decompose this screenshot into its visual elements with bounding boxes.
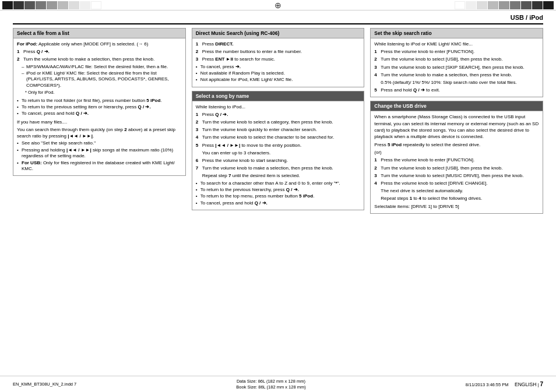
- select-song-intro: While listening to iPod...: [196, 104, 361, 110]
- selectable-items: Selectable items: [DRIVE 1] to [DRIVE 5]: [374, 203, 539, 210]
- top-bar-swatches-right: [452, 0, 556, 10]
- skip-search-steps: 1 Press the volume knob to enter [FUNCTI…: [374, 48, 539, 93]
- footnote: * Only for iPod.: [25, 90, 182, 96]
- ss-step-1: 1 Press Q / ➔.: [196, 111, 361, 118]
- swatch-r7: [521, 1, 532, 9]
- section-select-file: Select a file from a list For iPod: Appl…: [13, 28, 186, 176]
- crosshair-icon: [274, 1, 282, 9]
- skip-search-intro: While listening to iPod or KME Light/ KM…: [374, 41, 539, 47]
- more-bullet-3: For USB: Only for files registered in th…: [17, 160, 182, 172]
- cu-step-2: 2 Turn the volume knob to select [USB], …: [374, 165, 539, 171]
- cu-step-4: 4 Press the volume knob to select [DRIVE…: [374, 180, 539, 186]
- sk-step-3: 3 Turn the volume knob to select [SKIP S…: [374, 64, 539, 70]
- ss-bullet-3: To return to the top menu, press number …: [196, 193, 361, 199]
- ss-step-7: 7 Turn the volume knob to make a selecti…: [196, 165, 361, 171]
- footer-right: 8/11/2013 3:46:55 PM ENGLISH | 7: [466, 381, 543, 387]
- top-bar-swatches-left: [0, 0, 104, 10]
- select-song-bullets: To search for a character other than A t…: [196, 181, 361, 207]
- cu-note-2: Repeat steps 1 to 4 to select the follow…: [374, 195, 539, 202]
- dm-bullet-2: Not available if Random Play is selected…: [196, 70, 361, 76]
- sub-bullet-1: MP3/WMA/AAC/WAV/FLAC file: Select the de…: [22, 64, 182, 70]
- main-content: USB / iPod Select a file from a list For…: [0, 10, 556, 376]
- more-bullet-2: Pressing and holding |◄◄ / ►►| skip song…: [17, 147, 182, 160]
- page-title: USB / iPod: [13, 10, 543, 24]
- swatch-r8: [532, 1, 543, 9]
- col-3: Set the skip search ratio While listenin…: [370, 28, 543, 376]
- swatch-r4: [488, 1, 498, 9]
- footer-page-num: 7: [540, 381, 543, 387]
- section-direct-music-header: Direct Music Search (using RC-406): [192, 29, 364, 38]
- extra-bullet-3: To cancel, press and hold Q / ➔.: [17, 111, 182, 116]
- section-direct-music-content: 1 Press DIRECT. 2 Press the number butto…: [192, 38, 364, 87]
- ss-bullet-1: To search for a character other than A t…: [196, 181, 361, 186]
- select-song-steps: 1 Press Q / ➔. 2 Turn the volume knob to…: [196, 111, 361, 179]
- swatch-2: [13, 1, 24, 9]
- direct-step-2: 2 Press the number buttons to enter a fi…: [196, 48, 361, 55]
- swatch-7: [69, 1, 79, 9]
- swatch-r1: [455, 1, 465, 9]
- extra-bullet-2: To return to the previous setting item o…: [17, 104, 182, 110]
- book-size-val: 86L (182 mm x 128 mm): [258, 384, 305, 390]
- section-change-usb-header: Change the USB drive: [371, 101, 543, 111]
- sk-step-4: 4 Turn the volume knob to make a selecti…: [374, 72, 539, 78]
- section-change-usb-content: When a smartphone (Mass Storage Class) i…: [371, 111, 543, 213]
- change-usb-steps: 1 Press the volume knob to enter [FUNCTI…: [374, 157, 539, 202]
- swatch-5: [47, 1, 57, 9]
- footer-filename: EN_KMM_BT308U_KN_2.indd 7: [13, 382, 76, 387]
- section-select-song-content: While listening to iPod... 1 Press Q / ➔…: [192, 101, 364, 210]
- swatch-6: [58, 1, 68, 9]
- section-skip-search-content: While listening to iPod or KME Light/ KM…: [371, 38, 543, 97]
- footer: EN_KMM_BT308U_KN_2.indd 7 Data Size: 86L…: [0, 376, 556, 392]
- ss-note-1: You can enter up to 3 characters.: [196, 150, 361, 156]
- more-bullets: See also "Set the skip search ratio." Pr…: [17, 140, 182, 172]
- step-2: 2 Turn the volume knob to make a selecti…: [17, 56, 182, 62]
- data-size-label: Data Size:: [237, 379, 257, 384]
- ss-note-2: Repeat step 7 until the desired item is …: [196, 172, 361, 179]
- section-select-song: Select a song by name While listening to…: [192, 91, 365, 210]
- for-ipod-text: Applicable only when [MODE OFF] is selec…: [37, 41, 148, 47]
- columns: Select a file from a list For iPod: Appl…: [13, 28, 543, 376]
- section-select-song-header: Select a song by name: [192, 91, 364, 101]
- col-2: Direct Music Search (using RC-406) 1 Pre…: [192, 28, 365, 376]
- sub-bullet-2: iPod or KME Light/ KMC file: Select the …: [22, 70, 182, 89]
- footer-left: EN_KMM_BT308U_KN_2.indd 7: [13, 382, 76, 387]
- direct-step-1: 1 Press DIRECT.: [196, 41, 361, 47]
- swatch-r9: [543, 1, 554, 9]
- select-file-bullets: To return to the root folder (or first f…: [17, 98, 182, 117]
- dm-bullet-3: Not applicable for iPod, KME Light/ KMC …: [196, 77, 361, 83]
- sk-note-1: 0.5% (default)/ 1%/ 5%/ 10%: Skip search…: [374, 79, 539, 86]
- section-skip-search-header: Set the skip search ratio: [371, 29, 543, 38]
- for-ipod-label: For iPod:: [17, 41, 37, 47]
- swatch-r2: [466, 1, 476, 9]
- change-usb-or-instruction: Press 5 iPod repeatedly to select the de…: [374, 142, 539, 148]
- swatch-r5: [499, 1, 509, 9]
- ss-step-3: 3 Turn the volume knob quickly to enter …: [196, 126, 361, 133]
- swatch-8: [80, 1, 90, 9]
- ss-step-2: 2 Turn the volume knob to select a categ…: [196, 119, 361, 125]
- if-many: If you have many files....: [17, 119, 182, 125]
- swatch-r6: [510, 1, 520, 9]
- footer-center: Data Size: 86L (182 mm x 128 mm) Book Si…: [236, 379, 305, 390]
- extra-bullet-1: To return to the root folder (or first f…: [17, 98, 182, 104]
- ss-step-4: 4 Turn the volume knob to select the cha…: [196, 134, 361, 140]
- section-change-usb: Change the USB drive When a smartphone (…: [370, 101, 543, 213]
- cu-step-1: 1 Press the volume knob to enter [FUNCTI…: [374, 157, 539, 163]
- top-bar: [0, 0, 556, 10]
- swatch-r3: [477, 1, 487, 9]
- section-select-file-header: Select a file from a list: [13, 29, 185, 38]
- swatch-3: [24, 1, 35, 9]
- direct-music-steps: 1 Press DIRECT. 2 Press the number butto…: [196, 41, 361, 63]
- swatch-1: [2, 1, 13, 9]
- swatch-9: [91, 1, 101, 9]
- footer-language: ENGLISH: [515, 382, 536, 387]
- top-bar-center: [104, 0, 452, 10]
- step-1: 1 Press Q / ➔.: [17, 48, 182, 55]
- book-size-label: Book Size:: [236, 384, 257, 390]
- footer-separator: |: [537, 382, 539, 387]
- ss-bullet-2: To return to the previous hierarchy, pre…: [196, 187, 361, 193]
- sk-step-2: 2 Turn the volume knob to select [USB], …: [374, 56, 539, 62]
- cu-step-3: 3 Turn the volume knob to select [MUSIC …: [374, 172, 539, 179]
- col-1: Select a file from a list For iPod: Appl…: [13, 28, 186, 376]
- select-file-sub-bullets: MP3/WMA/AAC/WAV/FLAC file: Select the de…: [22, 64, 182, 89]
- dm-bullet-1: To cancel, press ➔.: [196, 64, 361, 70]
